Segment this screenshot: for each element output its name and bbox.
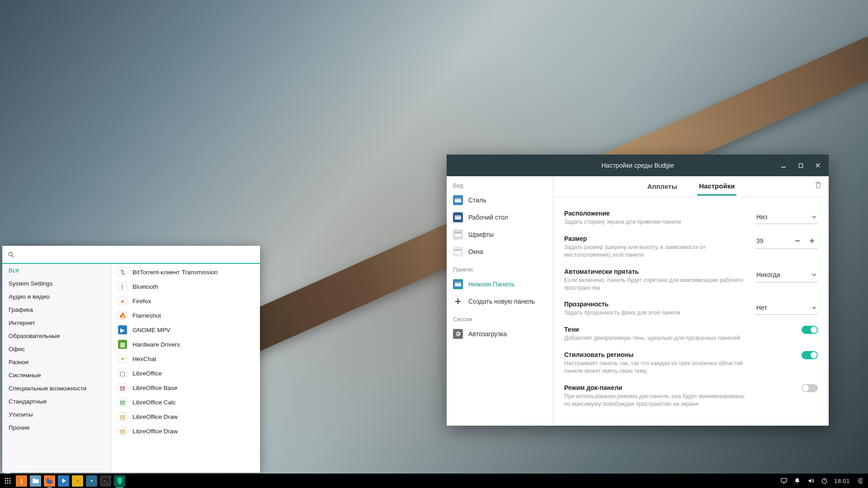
updates-icon[interactable]: ! (16, 475, 27, 487)
app-label: GNOME MPV (132, 327, 170, 333)
setting-title: Стилизовать регионы (564, 351, 745, 358)
svg-point-25 (7, 480, 8, 481)
sidebar-item-view[interactable]: Окна (447, 243, 553, 260)
stepper-decrement[interactable] (793, 236, 802, 246)
stepper-increment[interactable] (807, 236, 817, 246)
category-item[interactable]: Утилиты (2, 408, 111, 421)
setting-transparency: Прозрачность Задать прозрачность фона дл… (564, 296, 818, 321)
app-label: Bluetooth (132, 283, 158, 290)
app-item[interactable]: ⇅BitTorrent-клиент Transmission (112, 265, 260, 279)
size-stepper[interactable]: 39 (755, 235, 818, 249)
tab-settings[interactable]: Настройки (697, 178, 736, 196)
delete-panel-button[interactable] (814, 181, 822, 189)
transparency-dropdown[interactable]: Нет (755, 300, 818, 315)
app-item[interactable]: ●Firefox (112, 294, 260, 308)
sidebar-item-label: Шрифты (468, 231, 494, 238)
firefox-icon[interactable] (44, 475, 55, 487)
tray-power-icon[interactable] (821, 477, 829, 485)
sidebar-item-autostart[interactable]: Автозагрузка (447, 325, 553, 343)
app-label: Flameshot (132, 312, 161, 319)
tray-notifications-icon[interactable] (793, 477, 802, 485)
sidebar-item-label: Стиль (468, 197, 486, 204)
tray-volume-icon[interactable] (807, 477, 815, 485)
svg-rect-15 (455, 282, 461, 283)
window-close-button[interactable] (810, 157, 826, 174)
sidebar-item-label: Автозагрузка (468, 330, 507, 338)
setting-regions: Стилизовать регионы Настраивает панель т… (564, 347, 818, 380)
tray-raven-icon[interactable] (855, 477, 863, 485)
sidebar-item-view[interactable]: Стиль (447, 192, 553, 209)
app-label: LibreOffice Base (132, 385, 178, 391)
app-item[interactable]: ▤LibreOffice Base (112, 380, 260, 395)
menu-search-input[interactable] (18, 251, 255, 258)
category-item[interactable]: Интернет (2, 316, 111, 329)
shadows-toggle[interactable] (802, 326, 818, 334)
category-item[interactable]: Специальные возможности (2, 382, 111, 395)
sidebar-item-panel[interactable]: Создать новую панель (447, 293, 553, 310)
app-icon: ▢ (118, 369, 127, 378)
category-item[interactable]: Образовательные (2, 329, 111, 343)
settings-icon[interactable] (86, 475, 97, 487)
window-title: Настройки среды Budgie (601, 162, 674, 169)
setting-size: Размер Задать размер (ширину или высоту,… (564, 230, 818, 263)
sidebar-item-label: Рабочий стол (468, 214, 508, 221)
chevron-down-icon (811, 305, 817, 310)
window-minimize-button[interactable] (775, 157, 792, 174)
sidebar-item-view[interactable]: Шрифты (447, 226, 553, 243)
category-item[interactable]: System Settings (2, 277, 111, 290)
window-titlebar[interactable]: Настройки среды Budgie (447, 155, 829, 176)
category-item[interactable]: Стандартные (2, 395, 111, 408)
app-item[interactable]: ✶HexChat (112, 352, 260, 366)
app-label: LibreOffice (132, 370, 162, 377)
setting-desc: Если включено, панель будет спрятана для… (564, 277, 745, 292)
category-item[interactable]: Системные (2, 369, 111, 382)
taskbar-left: !>_ (0, 475, 125, 487)
category-item[interactable]: Прочие (2, 421, 111, 434)
app-item[interactable]: ▤LibreOffice Calc (112, 395, 260, 409)
app-label: HexChat (132, 356, 156, 362)
menu-icon[interactable] (2, 475, 13, 487)
window-maximize-button[interactable] (793, 157, 809, 174)
app-item[interactable]: ▤LibreOffice Draw (112, 424, 260, 438)
category-item[interactable]: Разное (2, 356, 111, 369)
app-icon: ● (118, 296, 127, 305)
tab-applets[interactable]: Апплеты (646, 178, 679, 195)
app-item[interactable]: ᛒBluetooth (112, 279, 260, 294)
music-icon[interactable] (72, 475, 83, 487)
category-item[interactable]: Всё (2, 264, 111, 277)
app-label: BitTorrent-клиент Transmission (132, 269, 217, 276)
regions-toggle[interactable] (802, 351, 818, 359)
app-item[interactable]: ▶GNOME MPV (112, 323, 260, 337)
category-item[interactable]: Аудио и видео (2, 290, 111, 303)
app-item[interactable]: ▦Hardware Drivers (112, 337, 260, 352)
files-icon[interactable] (30, 475, 41, 487)
taskbar-clock[interactable]: 18:01 (834, 478, 850, 484)
app-item[interactable]: 🔥Flameshot (112, 308, 260, 323)
app-label: Hardware Drivers (132, 341, 180, 348)
app-icon: ▶ (118, 325, 127, 334)
shield-icon[interactable] (114, 475, 125, 487)
app-item[interactable]: ▢LibreOffice (112, 366, 260, 380)
app-item[interactable]: ▤LibreOffice Draw (112, 409, 260, 424)
menu-apps: ⇅BitTorrent-клиент TransmissionᛒBluetoot… (112, 264, 260, 473)
taskbar-right: 18:01 (780, 477, 868, 485)
setting-title: Размер (564, 235, 745, 242)
settings-content: Апплеты Настройки Расположение Задать ст… (553, 176, 829, 426)
sidebar-item-icon (453, 247, 463, 257)
video-icon[interactable] (58, 475, 69, 487)
setting-autohide: Автоматически прятать Если включено, пан… (564, 263, 818, 296)
category-item[interactable]: Офис (2, 343, 111, 356)
category-item[interactable]: Графика (2, 303, 111, 316)
dock-toggle[interactable] (802, 384, 818, 392)
sidebar-section-view: Вид (447, 176, 553, 192)
position-dropdown[interactable]: Низ (755, 210, 818, 224)
sidebar-item-panel[interactable]: Нижняя Панель (447, 276, 553, 293)
sidebar-item-view[interactable]: Рабочий стол (447, 209, 553, 226)
app-label: LibreOffice Calc (132, 399, 176, 406)
autohide-dropdown[interactable]: Никогда (755, 268, 818, 282)
sidebar-item-icon (453, 279, 463, 289)
tray-display-icon[interactable] (780, 477, 788, 485)
terminal-icon[interactable]: >_ (100, 475, 111, 487)
sidebar-item-icon (453, 296, 463, 306)
app-icon: 🔥 (118, 311, 127, 320)
